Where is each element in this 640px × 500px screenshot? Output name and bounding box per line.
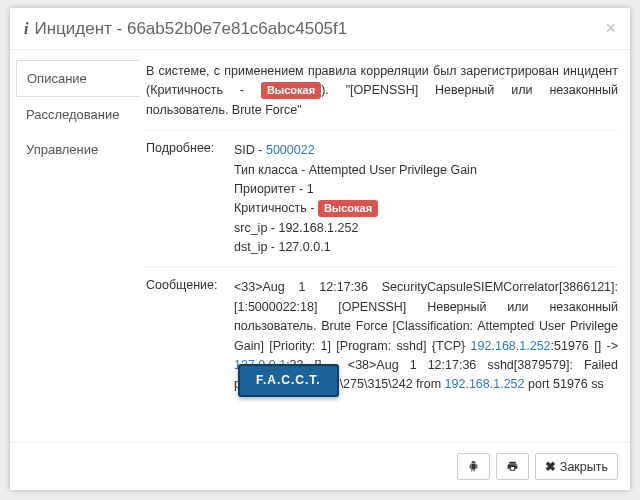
severity-badge-2: Высокая [318, 200, 378, 217]
android-icon [467, 460, 480, 473]
close-button[interactable]: ✖ Закрыть [535, 453, 618, 480]
print-button[interactable] [496, 453, 529, 480]
facct-overlay: F.A.C.C.T. [238, 364, 339, 397]
msg-t5: port 51976 ss [525, 377, 604, 391]
tab-content: В системе, с применением правила корреля… [140, 56, 630, 442]
modal-body: Описание Расследование Управление В сист… [10, 49, 630, 442]
info-icon: i [24, 20, 28, 38]
msg-ip1[interactable]: 192.168.1.252 [471, 339, 551, 353]
message-value: <33>Aug 1 12:17:36 SecurityCapsuleSIEMCo… [234, 278, 618, 394]
x-icon: ✖ [545, 459, 556, 474]
msg-ip3[interactable]: 192.168.1.252 [445, 377, 525, 391]
android-button[interactable] [457, 453, 490, 480]
dst-ip: dst_ip - 127.0.0.1 [234, 240, 331, 254]
class-type: Тип класса - Attempted User Privilege Ga… [234, 163, 477, 177]
print-icon [506, 460, 519, 473]
message-label: Сообщение: [146, 278, 234, 394]
sid-link[interactable]: 5000022 [266, 143, 315, 157]
details-value: SID - 5000022 Тип класса - Attempted Use… [234, 141, 618, 257]
close-icon[interactable]: × [605, 18, 616, 39]
severity-badge: Высокая [261, 82, 321, 99]
modal-header: i Инцидент - 66ab52b0e7e81c6abc4505f1 × [10, 8, 630, 49]
message-row: Сообщение: <33>Aug 1 12:17:36 SecurityCa… [146, 268, 618, 404]
modal-footer: ✖ Закрыть [10, 442, 630, 490]
tab-investigation[interactable]: Расследование [16, 97, 140, 132]
priority: Приоритет - 1 [234, 182, 314, 196]
msg-t2: :51976 [] -> [551, 339, 618, 353]
sid-label: SID - [234, 143, 266, 157]
incident-description: В системе, с применением правила корреля… [146, 62, 618, 131]
close-label: Закрыть [560, 460, 608, 474]
src-ip: src_ip - 192.168.1.252 [234, 221, 358, 235]
details-row: Подробнее: SID - 5000022 Тип класса - At… [146, 131, 618, 268]
msg-t4: from [413, 377, 445, 391]
tabs: Описание Расследование Управление [10, 56, 140, 442]
tab-description[interactable]: Описание [16, 60, 140, 97]
details-label: Подробнее: [146, 141, 234, 257]
tab-management[interactable]: Управление [16, 132, 140, 167]
incident-modal: i Инцидент - 66ab52b0e7e81c6abc4505f1 × … [10, 8, 630, 490]
modal-title: Инцидент - 66ab52b0e7e81c6abc4505f1 [34, 19, 347, 39]
severity-label: Критичность - [234, 201, 318, 215]
